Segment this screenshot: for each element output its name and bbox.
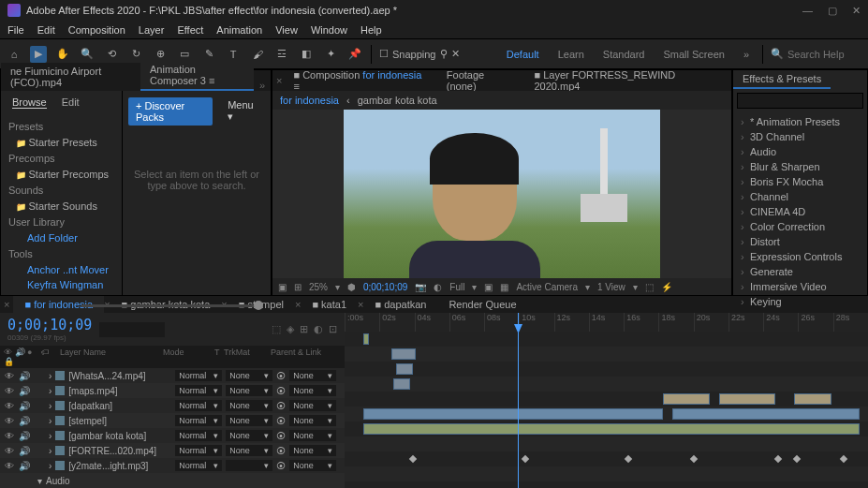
preset-slider[interactable] [81,304,263,307]
fx-item[interactable]: Boris FX Mocha [737,174,863,189]
zoom-dropdown[interactable]: 25% [309,282,328,292]
resolution-dropdown[interactable]: Full [449,282,464,292]
panel-close-icon[interactable]: » [254,80,271,91]
tree-presets[interactable]: Presets [8,118,114,135]
selection-tool[interactable]: ▶ [30,46,47,63]
tree-tools[interactable]: Tools [8,245,114,262]
fx-item[interactable]: Distort [737,234,863,249]
fx-item[interactable]: Color Correction [737,219,863,234]
view-dropdown[interactable]: 1 View [597,282,625,292]
roi-icon[interactable]: ▣ [484,282,493,292]
footage-tab[interactable]: Footage (none) [439,67,523,94]
edit-tab[interactable]: Edit [62,96,80,109]
rotate-tool[interactable]: ↻ [127,46,144,63]
menu-effect[interactable]: Effect [177,24,203,36]
tree-keyframe-wingman[interactable]: Keyfra Wingman [8,277,114,292]
fx-item[interactable]: Immersive Video [737,279,863,294]
effects-search[interactable] [737,93,863,109]
timeline-track[interactable] [345,407,868,421]
project-tab[interactable]: ne Fiumicino Airport (FCO).mp4 [1,63,140,91]
timeline-track[interactable] [345,362,868,377]
layer-search[interactable] [99,322,165,337]
fx-item[interactable]: * Animation Presets [737,114,863,129]
tl-tab-render[interactable]: Render Queue [437,296,527,313]
timecode-display[interactable]: 0;00;10;09 [7,317,92,333]
layer-tab[interactable]: ■ Layer FORTRESS_REWIND 2020.mp4 [526,67,728,94]
timeline-track[interactable] [345,481,868,488]
menu-animation[interactable]: Animation [216,24,262,36]
menu-edit[interactable]: Edit [37,24,55,36]
breadcrumb-nested[interactable]: gambar kota kota [358,95,437,106]
pen-tool[interactable]: ✎ [200,46,217,63]
workspace-more[interactable]: » [738,47,755,62]
fast-preview-icon[interactable]: ⚡ [661,282,672,292]
effects-presets-tab[interactable]: Effects & Presets [733,70,831,89]
menu-view[interactable]: View [275,24,298,36]
layer-row[interactable]: 👁🔊›[dapatkan]Normal▾None▾⦿None▾ [0,398,345,413]
orbit-tool[interactable]: ⟲ [103,46,120,63]
workspace-standard[interactable]: Standard [597,47,651,62]
search-input[interactable] [787,49,862,60]
home-icon[interactable]: ⌂ [6,46,22,63]
grid-icon[interactable]: ⊞ [294,282,302,292]
menu-help[interactable]: Help [360,24,382,36]
fx-item[interactable]: Audio [737,144,863,159]
fx-item[interactable]: Channel [737,189,863,204]
fx-item[interactable]: CINEMA 4D [737,204,863,219]
tl-icon-5[interactable]: ⊡ [329,323,337,335]
menu-composition[interactable]: Composition [68,24,125,36]
timeline-track[interactable] [345,451,868,466]
type-tool[interactable]: T [225,46,242,63]
timeline-track[interactable] [345,436,868,451]
transparency-icon[interactable]: ▦ [500,282,508,292]
tree-sounds[interactable]: Sounds [8,182,114,199]
tree-precomps[interactable]: Precomps [8,150,114,167]
tree-user-library[interactable]: User Library [8,214,114,230]
workspace-learn[interactable]: Learn [552,47,590,62]
minimize-button[interactable]: — [802,5,813,17]
tree-starter-sounds[interactable]: Starter Sounds [8,199,114,214]
layer-row[interactable]: 👁🔊›[WhatsA...24.mp4]Normal▾None▾⦿None▾ [0,368,345,383]
tree-starter-precomps[interactable]: Starter Precomps [8,167,114,182]
fx-item[interactable]: 3D Channel [737,129,863,144]
tl-icon-4[interactable]: ◐ [314,323,323,335]
menu-layer[interactable]: Layer [139,24,165,36]
workspace-small[interactable]: Small Screen [657,47,729,62]
maximize-button[interactable]: ▢ [828,5,837,17]
breadcrumb-comp[interactable]: for indonesia [280,95,339,106]
fx-item[interactable]: Generate [737,264,863,279]
clone-tool[interactable]: ☲ [273,46,290,63]
workspace-default[interactable]: Default [501,47,545,62]
channel-icon[interactable]: ⬢ [347,282,356,292]
timeline-track[interactable] [345,377,868,392]
timeline-track[interactable] [345,392,868,407]
snapping-toggle[interactable]: ☐Snapping⚲✕ [379,48,460,60]
tl-icon-2[interactable]: ◈ [287,323,294,335]
animation-composer-tab[interactable]: Animation Composer 3 ≡ [140,61,254,91]
discover-packs-button[interactable]: + Discover Packs [128,97,213,126]
fx-item[interactable]: Keying [737,294,863,309]
3d-icon[interactable]: ⬚ [645,282,654,292]
eraser-tool[interactable]: ◧ [298,46,315,63]
close-button[interactable]: ✕ [852,5,861,17]
tl-icon-3[interactable]: ⊞ [300,323,308,335]
hand-tool[interactable]: ✋ [54,46,71,63]
fx-item[interactable]: Expression Controls [737,249,863,264]
exposure-icon[interactable]: ◐ [434,282,442,292]
ac-menu-button[interactable]: Menu ▾ [220,96,265,126]
fx-item[interactable]: Blur & Sharpen [737,159,863,174]
layer-row[interactable]: 👁🔊›[gambar kota kota]Normal▾None▾⦿None▾ [0,428,345,443]
rect-tool[interactable]: ▭ [176,46,193,63]
timeline-track[interactable] [345,466,868,481]
tree-anchor-mover[interactable]: Anchor ..nt Mover [8,262,114,277]
layer-row[interactable]: 👁🔊›[FORTRE...020.mp4]Normal▾None▾⦿None▾ [0,443,345,458]
composition-tab[interactable]: ■ Composition for indonesia ≡ [286,67,434,94]
audio-group[interactable]: Audio [46,476,70,486]
time-ruler[interactable]: :00s02s04s06s08s10s12s14s16s18s20s22s24s… [345,313,868,332]
tree-add-folder[interactable]: Add Folder [8,230,114,245]
tl-icon-1[interactable]: ⬚ [272,323,281,335]
menu-file[interactable]: File [7,24,24,36]
tl-tab-4[interactable]: ■ dapatkan [363,296,437,313]
snapshot-icon[interactable]: 📷 [415,282,426,292]
browse-tab[interactable]: Browse [12,96,47,109]
